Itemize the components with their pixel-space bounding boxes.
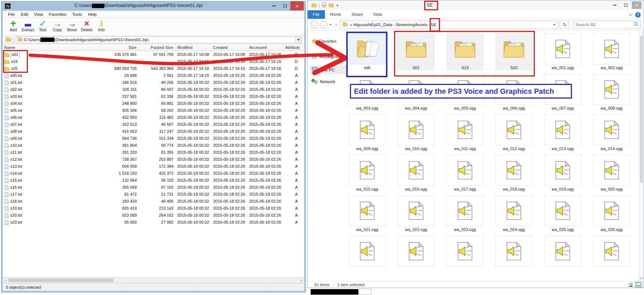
table-row[interactable]: s19.txt826 419213 1422015-05-18 00:32201… (3, 205, 304, 212)
chevron-down-icon[interactable] (336, 5, 339, 6)
menu-item-tools[interactable]: Tools (69, 11, 85, 17)
archive-path-combobox[interactable]: C:\Users\Downloads\Higurashi\HigurashiPS… (16, 36, 302, 43)
table-row[interactable]: s13.txt606 058172 3842015-05-18 00:32201… (3, 163, 304, 170)
up-button[interactable]: ↑ (333, 22, 339, 28)
grid-item-wa_015.ogg[interactable]: wa_015.ogg (349, 155, 386, 192)
grid-item-wa_014.ogg[interactable]: wa_014.ogg (593, 114, 630, 152)
grid-item[interactable] (495, 236, 532, 273)
search-box[interactable] (573, 21, 641, 29)
table-row[interactable]: s15.txt132 95436 1032015-05-18 00:322015… (3, 177, 304, 184)
column-header-name[interactable]: Name (3, 45, 99, 51)
grid-item-wa_009.ogg[interactable]: wa_009.ogg (349, 114, 386, 152)
help-icon[interactable]: ? (635, 12, 641, 18)
grid-item-wa_002.ogg[interactable]: wa_002.ogg (593, 33, 630, 71)
toolbar-button-add[interactable]: +Add (6, 19, 21, 32)
grid-item[interactable] (398, 236, 434, 273)
table-row[interactable]: s05.txt205 33658 2022015-05-18 00:322015… (3, 107, 304, 114)
properties-icon[interactable] (322, 2, 326, 9)
sidebar-item-network[interactable]: Network (310, 78, 346, 86)
table-row[interactable]: s17.txt81 47221 7312015-05-18 00:322015-… (3, 191, 304, 198)
sidebar-item-homegroup[interactable]: Homegroup (310, 53, 346, 61)
menu-item-help[interactable]: Help (85, 11, 100, 17)
new-folder-icon[interactable] (329, 2, 334, 9)
grid-item-s20[interactable]: S20 (495, 33, 532, 71)
grid-item-wa_016.ogg[interactable]: wa_016.ogg (398, 155, 434, 192)
breadcrumb-item[interactable]: SE (431, 22, 436, 27)
table-row[interactable]: s20580 093 725543 383 9662015-05-17 16:1… (3, 65, 304, 72)
grid-item-wa_017.ogg[interactable]: wa_017.ogg (447, 155, 483, 192)
breadcrumb-item[interactable]: StreamingAssets (396, 22, 427, 27)
grid-item-wa_006.ogg[interactable]: wa_006.ogg (495, 74, 532, 111)
table-row[interactable]: s03.txt237 58162 3362015-05-18 00:322015… (3, 93, 304, 100)
grid-item-wa_007.ogg[interactable]: wa_007.ogg (544, 74, 581, 111)
minimize-button[interactable] (268, 1, 279, 10)
details-view-button[interactable] (627, 282, 634, 288)
column-header-packed-size[interactable]: Packed Size (139, 45, 176, 51)
table-row[interactable]: s04.txt248 90066 8812015-05-18 00:322015… (3, 100, 304, 107)
forward-button[interactable]: → (320, 21, 328, 29)
column-header-modified[interactable]: Modified (176, 45, 212, 51)
grid-item-wa_023.ogg[interactable]: wa_023.ogg (447, 195, 483, 232)
maximize-button[interactable] (279, 1, 290, 10)
column-header-size[interactable]: Size (99, 45, 139, 51)
column-header-created[interactable]: Created (212, 45, 248, 51)
scroll-down-icon[interactable] (640, 276, 644, 280)
chevron-down-icon[interactable] (295, 37, 301, 43)
grid-item-wa_018.ogg[interactable]: wa_018.ogg (495, 155, 532, 192)
table-row[interactable]: s01.txt186 91649 2652015-05-18 00:322015… (3, 79, 304, 86)
table-row[interactable]: s06.txt432 950115 4822015-05-18 00:32201… (3, 114, 304, 121)
maximize-button[interactable] (621, 1, 630, 9)
thumbnail-view-button[interactable] (635, 282, 642, 288)
grid-item-wa_021.ogg[interactable]: wa_021.ogg (349, 195, 386, 232)
folder-icon[interactable] (311, 2, 316, 9)
grid-item-wa_010.ogg[interactable]: wa_010.ogg (398, 114, 434, 152)
tab-home[interactable]: Home (325, 10, 347, 19)
tab-view[interactable]: View (368, 10, 387, 19)
table-row[interactable]: s12.txt738 367203 8872015-05-18 00:32201… (3, 156, 304, 163)
breadcrumb-item[interactable]: HigurashiEp01_Data (353, 22, 392, 27)
search-icon[interactable] (634, 21, 638, 28)
grid-item[interactable] (593, 236, 630, 273)
recent-locations-icon[interactable] (329, 24, 332, 25)
grid-item-s01[interactable]: S01 (398, 33, 434, 71)
grid-item-wa_003.ogg[interactable]: wa_003.ogg (349, 74, 386, 111)
table-row[interactable]: s01105 376 48197 591 7092015-05-17 16:08… (3, 51, 304, 58)
scroll-left-icon[interactable]: ‹ (3, 278, 8, 283)
grid-item-wa_022.ogg[interactable]: wa_022.ogg (398, 195, 434, 232)
grid-item[interactable] (447, 236, 483, 273)
table-row[interactable]: s09.txt564 736151 3342015-05-18 00:32201… (3, 135, 304, 142)
scrollbar-thumb[interactable] (8, 278, 114, 282)
collapse-ribbon-icon[interactable] (629, 13, 632, 16)
search-input[interactable] (575, 22, 634, 27)
table-row[interactable]: s192015-05-17 16:152015-05-17 16:142015-… (3, 58, 304, 65)
grid-item-wa_011.ogg[interactable]: wa_011.ogg (447, 114, 483, 152)
grid-item-s19[interactable]: S19 (447, 33, 483, 71)
horizontal-scrollbar[interactable]: ‹ › (3, 277, 304, 283)
sidebar-item-this-pc[interactable]: This PC (310, 66, 346, 74)
back-button[interactable]: ← (311, 21, 318, 29)
table-row[interactable]: s07.txt162 61346 5072015-05-18 00:322015… (3, 121, 304, 128)
grid-item-wa_012.ogg[interactable]: wa_012.ogg (495, 114, 532, 152)
menu-item-file[interactable]: File (5, 11, 18, 17)
menu-item-edit[interactable]: Edit (18, 11, 31, 17)
grid-item[interactable] (349, 236, 386, 273)
table-row[interactable]: s02.txt326 31186 6972015-05-18 00:322015… (3, 86, 304, 93)
grid-item-wa_019.ogg[interactable]: wa_019.ogg (544, 155, 581, 192)
table-row[interactable]: s14.txt1 518 150416 3722015-05-18 00:322… (3, 170, 304, 177)
scrollbar-thumb[interactable] (640, 36, 643, 183)
vertical-scrollbar[interactable] (639, 31, 644, 281)
table-row[interactable]: s10.txt391 80499 7742015-05-18 00:322015… (3, 142, 304, 149)
table-row[interactable]: s08.txt416 653117 2472015-05-18 00:32201… (3, 128, 304, 135)
refresh-button[interactable]: ↻ (560, 21, 569, 29)
column-header-accessed[interactable]: Accessed (248, 45, 284, 51)
address-bar[interactable]: « HigurashiEp01_Data › StreamingAssets ›… (340, 21, 558, 29)
toolbar-button-move[interactable]: →Move (65, 19, 79, 32)
toolbar-button-extract[interactable]: Extract (21, 19, 35, 32)
tab-share[interactable]: Share (346, 10, 368, 19)
table-row[interactable]: s11.txt281 33381 3552015-05-18 00:322015… (3, 149, 304, 156)
close-button[interactable]: × (290, 1, 304, 10)
grid-item-wa_024.ogg[interactable]: wa_024.ogg (495, 195, 532, 232)
grid-item-wa_013.ogg[interactable]: wa_013.ogg (544, 114, 581, 152)
tab-file[interactable]: File (308, 10, 325, 19)
parent-folder-button[interactable]: ↑ (5, 36, 14, 43)
